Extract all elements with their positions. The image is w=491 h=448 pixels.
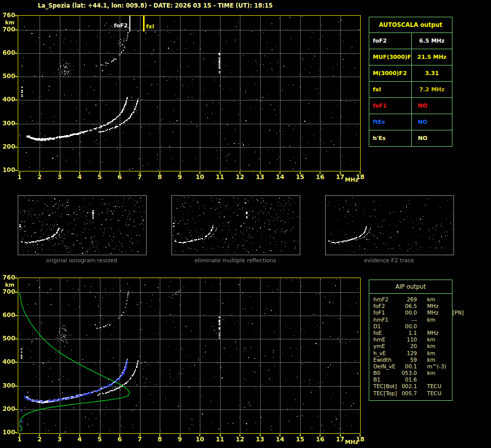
axis-tick — [15, 292, 17, 293]
aip-row-extra — [442, 376, 452, 383]
x-axis-tick-label: 14 — [273, 436, 287, 443]
axis-tick — [15, 409, 17, 410]
y-axis-tick-label: 500 — [0, 73, 15, 80]
y-axis-tick-label: 400 — [0, 359, 15, 365]
aip-row-extra — [442, 336, 452, 343]
aip-table-row: TEC[Bot]002.1TECU — [373, 383, 452, 390]
axis-tick — [340, 172, 341, 174]
axis-tick — [39, 434, 40, 436]
x-axis-tick-label: 7 — [133, 174, 147, 181]
y-axis-tick-label: 100 — [0, 167, 15, 174]
y-axis-tick-label: 300 — [0, 383, 15, 389]
x-axis-tick-label: 13 — [254, 436, 267, 443]
aip-row-unit: MHz — [417, 330, 442, 336]
x-axis-tick-label: 4 — [73, 174, 86, 181]
top-ionogram-canvas — [18, 15, 361, 171]
aip-row-label: TEC[Bot] — [373, 383, 401, 390]
axis-tick — [159, 172, 160, 174]
aip-row-unit — [417, 323, 442, 330]
aip-row-value: 01.6 — [401, 376, 417, 383]
autoscala-row-value: 21.5 MHz — [412, 49, 452, 65]
x-axis-tick-label: 4 — [73, 436, 86, 443]
x-axis-tick-label: 5 — [93, 174, 107, 181]
fxi-annotation-label: fxI — [146, 23, 154, 30]
axis-tick — [39, 172, 40, 174]
aip-row-extra — [442, 330, 452, 336]
x-axis-tick-label: 1 — [13, 436, 26, 443]
axis-tick — [79, 434, 80, 436]
aip-row-unit — [417, 376, 442, 383]
aip-row-extra — [442, 343, 452, 350]
axis-tick — [300, 434, 301, 436]
aip-row-unit: km — [417, 357, 442, 363]
autoscala-row-label: M(3000)F2 — [369, 65, 412, 81]
y-axis-tick-label: 600 — [0, 312, 15, 319]
x-axis-tick-label: 2 — [33, 174, 46, 181]
aip-table-row: ymE20km — [373, 343, 452, 350]
y-axis-unit-label: km — [5, 20, 15, 26]
y-axis-tick-label: 760 — [0, 12, 15, 19]
aip-row-unit: TECU — [417, 390, 442, 397]
aip-table-row: foF100.0MHz[PN] — [373, 309, 452, 316]
x-axis-tick-label: 9 — [173, 436, 187, 443]
axis-tick — [15, 53, 17, 54]
thumbnail-original-ionogram — [18, 195, 147, 255]
axis-tick — [15, 15, 17, 16]
autoscala-row-label: fxI — [369, 82, 412, 97]
aip-row-value: 005.7 — [401, 390, 417, 397]
x-axis-tick-label: 8 — [153, 174, 166, 181]
axis-tick — [260, 172, 261, 174]
y-axis-tick-label: 300 — [0, 120, 15, 127]
axis-tick — [15, 315, 17, 316]
y-axis-tick-label: 200 — [0, 406, 15, 412]
aip-row-label: TEC[Top] — [373, 390, 401, 397]
x-axis-tick-label: 11 — [214, 174, 227, 181]
autoscala-row-value: NO — [412, 130, 452, 146]
thumbnail-caption: original ionogram resized — [18, 257, 146, 264]
axis-tick — [15, 29, 17, 30]
axis-tick — [279, 434, 280, 436]
axis-tick — [360, 172, 361, 174]
autoscala-row-label: ftEs — [369, 114, 412, 130]
aip-row-unit: km — [417, 317, 442, 323]
aip-row-value: 1.1 — [401, 330, 417, 336]
y-axis-tick-label: 700 — [0, 289, 15, 295]
axis-tick — [15, 123, 17, 124]
aip-row-unit: MHz — [417, 303, 442, 309]
x-axis-tick-label: 12 — [233, 436, 247, 443]
x-axis-tick-label: 8 — [153, 436, 166, 443]
autoscala-row-label: foF1 — [369, 98, 412, 114]
autoscala-table-row: M(3000)F23.31 — [369, 65, 452, 82]
aip-row-value: 20 — [401, 343, 417, 350]
y-axis-tick-label: 400 — [0, 96, 15, 103]
axis-tick — [180, 434, 181, 436]
autoscala-table: AUTOSCALA output foF26.5 MHzMUF(3000)F22… — [369, 17, 452, 147]
axis-tick — [79, 172, 80, 174]
axis-tick — [239, 434, 240, 436]
axis-tick — [139, 172, 141, 174]
axis-tick — [19, 434, 20, 436]
aip-row-label: DelN_vE — [373, 363, 401, 370]
aip-row-unit: km — [417, 370, 442, 376]
aip-row-unit: TECU — [417, 383, 442, 390]
axis-tick — [279, 172, 280, 174]
aip-row-label: B0 — [373, 370, 401, 376]
axis-tick — [340, 434, 341, 436]
axis-tick — [320, 434, 321, 436]
thumbnail-evidence-f2 — [325, 195, 454, 255]
aip-row-label: foF1 — [373, 309, 401, 316]
autoscala-table-row: MUF(3000)F221.5 MHz — [369, 49, 452, 65]
aip-row-value: 053.0 — [401, 370, 417, 376]
autoscala-table-row: foF26.5 MHz — [369, 33, 452, 49]
fof2-annotation-label: foF2 — [111, 22, 128, 29]
aip-table-row: Ewidth59km — [373, 357, 452, 363]
aip-table-row: DelN_vE00.1m^(-3) — [373, 363, 452, 370]
aip-row-extra — [442, 383, 452, 390]
aip-row-extra — [442, 370, 452, 376]
x-axis-tick-label: 10 — [193, 174, 206, 181]
axis-tick — [180, 172, 181, 174]
aip-row-value: 00.0 — [401, 323, 417, 330]
y-axis-tick-label: 600 — [0, 50, 15, 56]
aip-row-value: --- — [401, 317, 417, 323]
x-axis-tick-label: 5 — [93, 436, 107, 443]
